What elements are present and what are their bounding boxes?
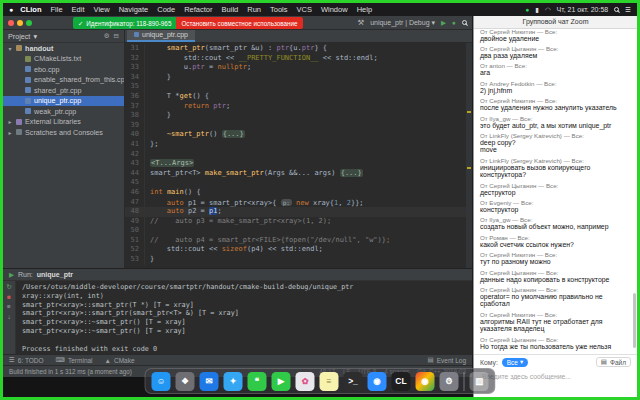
shared-screen: ● CLionFileEditViewNavigateCodeRefactorB… xyxy=(0,0,640,400)
scroll-to-end-icon[interactable]: ↓ xyxy=(7,313,10,320)
line-number: 36 xyxy=(125,92,145,102)
toolwindow-6-todo[interactable]: ☰6: TODO xyxy=(9,356,44,364)
dock-finder-icon[interactable]: ☺ xyxy=(152,372,171,391)
tree-item-enable-shared-from-this-cpp[interactable]: enable_shared_from_this.cpp xyxy=(3,75,124,86)
stop-icon[interactable]: ■ xyxy=(7,293,11,300)
tree-item-weak-ptr-cpp[interactable]: weak_ptr.cpp xyxy=(3,106,124,117)
tree-item-cmakelists-txt[interactable]: CMakeLists.txt xyxy=(3,54,124,65)
menu-window[interactable]: Window xyxy=(321,5,348,14)
menu-refactor[interactable]: Refactor xyxy=(184,5,212,14)
gear-icon[interactable]: ⚙ xyxy=(104,32,110,40)
toolwindow-event-log[interactable]: ▤Event Log xyxy=(428,356,466,364)
chat-file-button[interactable]: ▤ Файл xyxy=(596,357,631,367)
dock-launchpad-icon[interactable]: ❖ xyxy=(176,372,195,391)
menu-build[interactable]: Build xyxy=(222,5,239,14)
line-number: 38 xyxy=(125,111,145,121)
tree-item-scratches-and-consoles[interactable]: ▸Scratches and Consoles xyxy=(3,127,124,138)
tree-item-shared-ptr-cpp[interactable]: shared_ptr.cpp xyxy=(3,85,124,96)
dock-photos-icon[interactable]: ✿ xyxy=(296,372,315,391)
chat-scrollbar[interactable] xyxy=(633,293,636,348)
meeting-id-label: Идентификатор: 118-890-965 xyxy=(86,20,171,27)
code-line: 35 xyxy=(125,82,472,92)
editor-zone: unique_ptr.cpp 31 smart_ptr(smart_ptr &u… xyxy=(125,30,472,268)
dock-messages-icon[interactable]: ❝ xyxy=(248,372,267,391)
maximize-button[interactable] xyxy=(26,20,32,26)
zoom-menubar-icon[interactable]: ● xyxy=(525,6,529,13)
apple-menu-icon[interactable]: ● xyxy=(9,6,13,13)
console-line: xray::xray(int, int) xyxy=(22,292,466,301)
menu-clion[interactable]: CLion xyxy=(20,5,41,14)
line-number: 42 xyxy=(125,150,145,160)
dock-facetime-icon[interactable]: ▶ xyxy=(272,372,291,391)
run-console[interactable]: /Users/otus/middle-developer/course/smar… xyxy=(16,281,472,354)
chat-recipient-selector[interactable]: Все ▾ xyxy=(502,358,528,367)
chat-message: От LinkFly (Sergey Katrevich) — Все:deep… xyxy=(480,132,631,154)
dock-notes-icon[interactable]: ≡ xyxy=(320,372,339,391)
chat-message-text: тут по разному можно xyxy=(480,258,631,265)
line-number: 35 xyxy=(125,82,145,92)
collapse-all-icon[interactable]: ⊟ xyxy=(114,32,119,40)
dock-system-preferences-icon[interactable]: ⚙ xyxy=(440,372,459,391)
wifi-icon[interactable]: ◠ xyxy=(545,6,551,14)
editor-scrollbar[interactable] xyxy=(466,43,472,268)
dock-safari-icon[interactable]: ✦ xyxy=(224,372,243,391)
code-text: T *get() { xyxy=(145,92,209,102)
tree-item-handout[interactable]: ▾handout xyxy=(3,43,124,54)
console-settings-icon[interactable]: ≡ xyxy=(7,303,11,310)
menu-tools[interactable]: Tools xyxy=(270,5,288,14)
run-tab-name[interactable]: unique_ptr xyxy=(37,271,73,278)
tab-unique-ptr-cpp[interactable]: unique_ptr.cpp xyxy=(127,29,195,42)
dock-zoom-icon[interactable]: ◉ xyxy=(368,372,387,391)
dock-clion-icon[interactable]: CL xyxy=(392,372,411,391)
run-icon[interactable]: ▶ xyxy=(441,19,446,27)
tree-item-ebo-cpp[interactable]: ebo.cpp xyxy=(3,64,124,75)
rerun-icon[interactable]: ↻ xyxy=(6,283,11,290)
run-panel-title: Run: xyxy=(18,271,33,278)
zoom-share-bar: ✓ Идентификатор: 118-890-965 Остановить … xyxy=(73,17,303,29)
menu-code[interactable]: Code xyxy=(157,5,175,14)
menu-file[interactable]: File xyxy=(50,5,62,14)
menu-edit[interactable]: Edit xyxy=(72,5,85,14)
close-button[interactable] xyxy=(8,20,14,26)
code-line: 31 smart_ptr(smart_ptr &u) : ptr{u.ptr} … xyxy=(125,44,472,54)
spotlight-icon[interactable] xyxy=(614,7,619,12)
code-editor[interactable]: 31 smart_ptr(smart_ptr &u) : ptr{u.ptr} … xyxy=(125,43,472,268)
chat-message-input[interactable] xyxy=(480,372,631,381)
menu-navigate[interactable]: Navigate xyxy=(119,5,149,14)
tree-item-external-libraries[interactable]: ▸External Libraries xyxy=(3,117,124,128)
app-glyph: ◉ xyxy=(421,376,428,386)
toolwindow-label: CMake xyxy=(114,357,135,364)
tree-item-unique-ptr-cpp[interactable]: unique_ptr.cpp xyxy=(3,96,124,107)
toolwindow-icon: ☰ xyxy=(9,356,15,364)
chat-message-list[interactable]: От Сергей Никитин — Все:двойное удаление… xyxy=(474,29,637,354)
project-panel-header[interactable]: Project ▾ ⚙ ⊟ xyxy=(3,30,124,43)
run-config-selector[interactable]: unique_ptr | Debug ▾ xyxy=(370,19,435,27)
cpp-icon xyxy=(25,77,31,83)
debug-icon[interactable]: ● xyxy=(452,19,456,26)
chat-message-text: какой счетчик ссылок нужен? xyxy=(480,241,631,248)
menubar-clock[interactable]: Чт, 21 окт. 20:58 xyxy=(557,6,609,13)
tree-item-label: shared_ptr.cpp xyxy=(34,86,82,95)
toolwindow-cmake[interactable]: ▲CMake xyxy=(105,356,135,364)
search-everywhere-icon[interactable] xyxy=(462,20,467,25)
menu-run[interactable]: Run xyxy=(247,5,261,14)
minimize-button[interactable] xyxy=(17,20,23,26)
app-glyph: ▶ xyxy=(278,376,285,386)
code-line: 32 std::cout << __PRETTY_FUNCTION__ << s… xyxy=(125,54,472,64)
menu-view[interactable]: View xyxy=(94,5,110,14)
code-text xyxy=(145,82,150,92)
dock-trash-icon[interactable]: ▥ xyxy=(470,372,489,391)
checkmark-icon: ✓ xyxy=(78,20,83,27)
stop-share-button[interactable]: Остановить совместное использование xyxy=(176,17,302,29)
dock-chrome-icon[interactable]: ◉ xyxy=(416,372,435,391)
battery-icon[interactable]: ▮ xyxy=(535,6,539,14)
notification-center-icon[interactable]: ☰ xyxy=(625,6,631,14)
toolwindow-terminal[interactable]: ⌨Terminal xyxy=(56,356,93,364)
chat-message-sender: От Сергей Цыганин — Все: xyxy=(480,182,631,189)
dock-terminal-icon[interactable]: >_ xyxy=(344,372,363,391)
chat-message-sender: От Ilya_gw — Все: xyxy=(480,216,631,223)
dock-mail-icon[interactable]: ✉ xyxy=(200,372,219,391)
menu-help[interactable]: Help xyxy=(357,5,372,14)
menu-vcs[interactable]: VCS xyxy=(297,5,312,14)
build-hammer-icon[interactable]: ⚒ xyxy=(357,18,364,27)
